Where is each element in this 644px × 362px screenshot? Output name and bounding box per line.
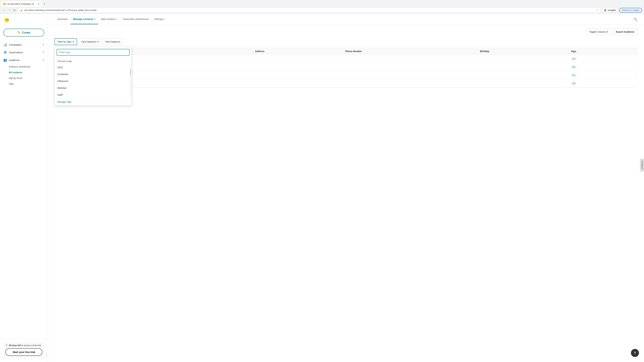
app-layout: ✏️ Create 📊 Campaigns ▼ ⚙️ Automations ▼… <box>0 14 644 362</box>
tag-dropdown: Choose a tag: 2023 Customer Influencer M… <box>54 47 132 106</box>
row-phone-cell <box>342 63 477 71</box>
manage-tags-link[interactable]: Manage Tags <box>57 100 72 103</box>
col-birthday[interactable]: Birthday <box>477 48 568 55</box>
settings-label: Settings <box>154 17 163 20</box>
filter-by-tags-label: Filter by Tags <box>58 40 72 43</box>
tab-manage-contacts[interactable]: Manage contacts ▾ <box>70 14 98 24</box>
create-button[interactable]: ✏️ Create <box>3 29 44 36</box>
timer-icon: ⏱ <box>5 344 8 347</box>
tag-item-influencer[interactable]: Influencer <box>55 78 132 84</box>
table-row[interactable]: Cu <box>55 79 637 88</box>
search-icon[interactable]: 🔍 <box>634 17 637 21</box>
sidebar-footer: ⏱ 89 days left to access a free trial. S… <box>0 339 48 362</box>
row-tags-cell: Cu <box>568 79 637 88</box>
col-tags[interactable]: Tags <box>568 48 637 55</box>
sidebar-item-all-contacts[interactable]: All contacts <box>0 69 48 75</box>
create-label: Create <box>22 31 30 34</box>
tab-close-button[interactable]: ✕ <box>38 3 40 5</box>
table-row[interactable]: Cu <box>55 71 637 79</box>
new-tab-button[interactable]: + <box>42 2 47 6</box>
tag-item-2023[interactable]: 2023 <box>55 64 132 71</box>
sidebar-resize-handle[interactable] <box>45 346 48 362</box>
tab-add-contacts[interactable]: Add contacts ▾ <box>98 14 120 24</box>
toggle-columns-caret: ▾ <box>607 30 608 33</box>
filter-bar: Filter by Tags ▾ View Segment ▾ New Segm… <box>54 38 637 45</box>
refresh-button[interactable]: ↻ <box>13 8 16 12</box>
days-left-text: 89 days left <box>9 344 21 347</box>
sidebar-item-signup-forms[interactable]: Signup forms <box>0 75 48 81</box>
new-segment-button[interactable]: New Segment <box>103 38 123 45</box>
trial-text: to access a free trial. <box>21 344 42 347</box>
col-phone[interactable]: Phone Number <box>342 48 477 55</box>
forward-button[interactable]: → <box>8 8 12 12</box>
table-row[interactable]: Cu <box>55 63 637 71</box>
sidebar-item-automations[interactable]: ⚙️ Automations ▼ <box>0 48 48 56</box>
table-header-row: Name Address Phone Number Birthday <box>55 48 637 55</box>
svg-point-4 <box>8 19 9 20</box>
tag-customer-label: Customer <box>57 73 68 76</box>
all-contacts-label: All contacts <box>9 71 22 74</box>
row-birthday-cell <box>477 79 568 88</box>
pencil-icon: ✏️ <box>17 31 21 34</box>
data-table: Name Address Phone Number Birthday <box>55 48 637 88</box>
content-toolbar: Toggle Columns ▾ Export Audience <box>54 29 637 35</box>
tab-subscriber-preferences[interactable]: Subscriber preferences <box>120 14 152 24</box>
sidebar-item-campaigns[interactable]: 📊 Campaigns ▼ <box>0 41 48 48</box>
address-bar-row: ← → ↻ 🔒 us21.admin.mailchimp.com/lists/m… <box>0 7 644 14</box>
tag-chip: Cu <box>571 82 577 85</box>
row-address-cell <box>252 63 343 71</box>
filter-by-tags-button[interactable]: Filter by Tags ▾ <box>54 38 77 45</box>
start-trial-button[interactable]: Start your free trial <box>5 348 42 356</box>
tag-search-input[interactable] <box>57 49 130 56</box>
incognito-icon: 🕵 <box>604 9 607 11</box>
sidebar-item-audience-dashboard[interactable]: Audience dashboard <box>0 64 48 69</box>
tag-staff-label: Staff <box>57 93 62 96</box>
tag-item-customer[interactable]: Customer <box>55 71 132 78</box>
back-button[interactable]: ← <box>2 8 6 12</box>
tab-title: All subscribers of Moodjoy | Ma... <box>7 3 36 5</box>
active-tab[interactable]: M All subscribers of Moodjoy | Ma... ✕ <box>1 1 42 7</box>
tab-settings[interactable]: Settings ▾ <box>152 14 168 24</box>
campaigns-chevron: ▼ <box>42 43 44 46</box>
relaunch-button[interactable]: Relaunch to update <box>619 8 642 12</box>
col-address[interactable]: Address <box>252 48 343 55</box>
audience-label: Audience <box>9 59 40 61</box>
sidebar-item-audience[interactable]: 👥 Audience ▲ <box>0 56 48 64</box>
sidebar-nav: 📊 Campaigns ▼ ⚙️ Automations ▼ 👥 Audienc… <box>0 39 48 339</box>
row-birthday-cell <box>477 63 568 71</box>
content-area: Toggle Columns ▾ Export Audience Filter … <box>48 25 644 362</box>
sidebar-top: ✏️ Create <box>0 26 48 39</box>
feedback-tab[interactable]: Feedback <box>640 159 644 172</box>
row-address-cell <box>252 55 343 63</box>
overview-label: Overview <box>57 17 68 20</box>
dropdown-scrollbar-track <box>130 69 131 97</box>
incognito-label: Incognito <box>608 9 616 11</box>
incognito-badge: 🕵 Incognito <box>602 8 618 12</box>
browser-chrome: M All subscribers of Moodjoy | Ma... ✕ +… <box>0 0 644 14</box>
svg-point-1 <box>5 18 8 21</box>
view-segment-caret: ▾ <box>97 40 98 43</box>
help-button[interactable]: ? <box>631 349 639 357</box>
export-audience-button[interactable]: Export Audience <box>613 29 637 35</box>
sidebar-logo-area <box>0 14 48 26</box>
mailchimp-logo <box>3 16 10 23</box>
table-container: Name Address Phone Number Birthday <box>54 48 637 88</box>
tag-item-staff[interactable]: Staff <box>55 91 132 98</box>
table-row[interactable]: ▶ Cu <box>55 55 637 63</box>
tags-label: Tags <box>9 82 14 85</box>
audience-chevron: ▲ <box>42 59 44 61</box>
toggle-columns-button[interactable]: Toggle Columns ▾ <box>586 29 611 35</box>
tag-chip: Cu <box>571 73 577 77</box>
tag-item-member[interactable]: Member <box>55 84 132 91</box>
address-bar[interactable]: 🔒 us21.admin.mailchimp.com/lists/members… <box>18 8 601 13</box>
view-segment-label: View Segment <box>81 40 96 43</box>
signup-forms-label: Signup forms <box>9 77 22 79</box>
tag-chip: Cu <box>571 65 577 69</box>
dropdown-scrollbar-thumb[interactable] <box>130 69 131 75</box>
row-tags-cell: Cu <box>568 63 637 71</box>
view-segment-button[interactable]: View Segment ▾ <box>78 38 101 45</box>
add-contacts-caret: ▾ <box>116 18 118 20</box>
sidebar-item-tags[interactable]: Tags <box>0 81 48 87</box>
bookmark-icon[interactable]: ☆ <box>596 9 598 11</box>
tab-overview[interactable]: Overview <box>54 14 70 24</box>
